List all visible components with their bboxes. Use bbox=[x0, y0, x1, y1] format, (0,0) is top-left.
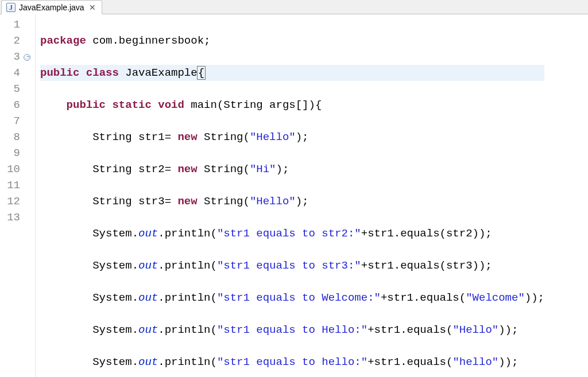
code-token: new bbox=[177, 163, 197, 176]
code-token: new bbox=[177, 195, 197, 208]
code-token: ); bbox=[296, 195, 309, 208]
code-token: .println( bbox=[158, 292, 217, 304]
code-token: System. bbox=[92, 324, 138, 336]
close-icon[interactable]: ✕ bbox=[88, 3, 97, 12]
code-token: .println( bbox=[158, 324, 217, 336]
code-token: "str1 equals to str2:" bbox=[217, 227, 361, 240]
code-token: out bbox=[138, 356, 158, 368]
code-token: String str2= bbox=[92, 163, 177, 176]
code-token: "Welcome" bbox=[466, 292, 525, 304]
code-area[interactable]: package com.beginnersbook; public class … bbox=[36, 14, 549, 377]
code-token: out bbox=[138, 227, 158, 240]
code-token: +str1.equals(str3)); bbox=[361, 259, 492, 272]
code-token: void bbox=[158, 99, 184, 111]
line-number: 7 bbox=[0, 113, 32, 129]
code-token: String str1= bbox=[92, 131, 177, 143]
line-number: 6 bbox=[0, 97, 32, 113]
code-token: "Hi" bbox=[250, 163, 276, 176]
code-token: "str1 equals to Welcome:" bbox=[217, 292, 381, 304]
line-number: 5 bbox=[0, 81, 32, 97]
code-token: out bbox=[138, 324, 158, 336]
code-token: public bbox=[67, 99, 106, 111]
code-token: com.beginnersbook; bbox=[86, 34, 211, 47]
code-token: out bbox=[138, 259, 158, 272]
code-token: +str1.equals( bbox=[368, 356, 452, 368]
code-token: "str1 equals to Hello:" bbox=[217, 324, 368, 336]
code-token: +str1.equals( bbox=[381, 292, 466, 304]
code-token: "str1 equals to hello:" bbox=[217, 356, 368, 368]
code-token: System. bbox=[92, 227, 138, 240]
editor-tab-javaexample[interactable]: J JavaExample.java ✕ bbox=[1, 0, 102, 14]
code-token: System. bbox=[92, 356, 138, 368]
code-editor[interactable]: 1 2 3 4 5 6 7 8 9 10 11 12 13 package co… bbox=[0, 14, 588, 377]
line-number: 13 bbox=[0, 209, 32, 226]
code-token: +str1.equals( bbox=[368, 324, 452, 336]
code-token: .println( bbox=[158, 227, 217, 240]
code-token: )); bbox=[498, 356, 518, 368]
line-number-gutter: 1 2 3 4 5 6 7 8 9 10 11 12 13 bbox=[0, 14, 36, 377]
code-token: out bbox=[138, 292, 158, 304]
code-token: String( bbox=[198, 163, 250, 176]
code-token: "Hello" bbox=[250, 195, 296, 208]
line-number: 4 bbox=[0, 65, 32, 81]
code-token: )); bbox=[498, 324, 518, 336]
code-token: "Hello" bbox=[452, 324, 498, 336]
code-token: main(String args[]){ bbox=[184, 99, 322, 111]
line-number: 1 bbox=[0, 17, 32, 33]
java-file-icon: J bbox=[6, 3, 16, 12]
line-number-foldable[interactable]: 3 bbox=[0, 49, 32, 65]
code-token: new bbox=[177, 131, 197, 143]
code-token: public bbox=[40, 67, 79, 79]
code-token: class bbox=[86, 67, 119, 79]
code-token: "str1 equals to str3:" bbox=[217, 259, 361, 272]
editor-tab-bar: J JavaExample.java ✕ bbox=[0, 0, 588, 14]
code-token: System. bbox=[92, 259, 138, 272]
code-token: String str3= bbox=[92, 195, 177, 208]
code-token: System. bbox=[92, 292, 138, 304]
code-token: +str1.equals(str2)); bbox=[361, 227, 492, 240]
code-token: String( bbox=[198, 195, 250, 208]
code-cursor-bracket: { bbox=[197, 66, 206, 80]
code-token: static bbox=[112, 99, 151, 111]
line-number: 8 bbox=[0, 129, 32, 145]
code-token: )); bbox=[525, 292, 544, 304]
code-token: .println( bbox=[158, 356, 217, 368]
line-number: 2 bbox=[0, 33, 32, 49]
code-token: JavaExample bbox=[119, 67, 198, 79]
code-token: String( bbox=[198, 131, 250, 143]
line-number: 10 bbox=[0, 161, 32, 177]
code-token: .println( bbox=[158, 259, 217, 272]
code-token: package bbox=[40, 34, 86, 47]
code-token: ); bbox=[296, 131, 309, 143]
line-number: 9 bbox=[0, 145, 32, 161]
code-token: ); bbox=[276, 163, 289, 176]
line-number: 12 bbox=[0, 193, 32, 209]
line-number: 11 bbox=[0, 177, 32, 193]
code-token: "Hello" bbox=[250, 131, 296, 143]
editor-tab-filename: JavaExample.java bbox=[19, 3, 84, 12]
code-token: "hello" bbox=[452, 356, 498, 368]
